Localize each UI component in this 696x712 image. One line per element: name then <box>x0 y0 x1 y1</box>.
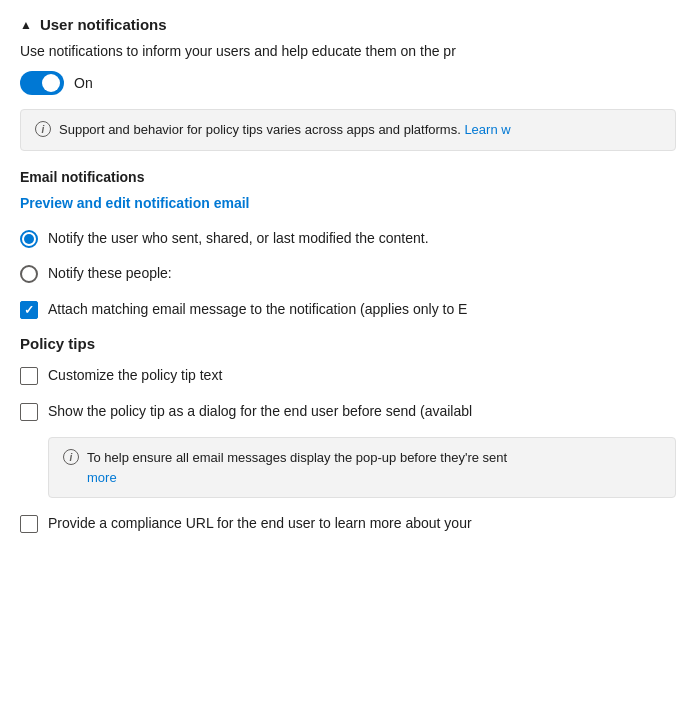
show-dialog-row: Show the policy tip as a dialog for the … <box>20 402 676 422</box>
policy-tips-title: Policy tips <box>20 335 676 352</box>
notify-sender-label: Notify the user who sent, shared, or las… <box>48 229 429 249</box>
show-dialog-label: Show the policy tip as a dialog for the … <box>48 402 472 422</box>
notifications-toggle[interactable] <box>20 71 64 95</box>
compliance-url-checkbox[interactable] <box>20 515 38 533</box>
nested-info-banner: i To help ensure all email messages disp… <box>48 437 676 498</box>
notify-sender-radio[interactable] <box>20 230 38 248</box>
notify-people-radio[interactable] <box>20 265 38 283</box>
show-dialog-checkbox[interactable] <box>20 403 38 421</box>
nested-more-link[interactable]: more <box>87 470 117 485</box>
nested-info-icon: i <box>63 449 79 465</box>
customize-tip-label: Customize the policy tip text <box>48 366 222 386</box>
compliance-url-row: Provide a compliance URL for the end use… <box>20 514 676 534</box>
info-banner: i Support and behavior for policy tips v… <box>20 109 676 151</box>
toggle-label: On <box>74 75 93 91</box>
nested-info-text: To help ensure all email messages displa… <box>87 448 507 487</box>
toggle-row: On <box>20 71 676 95</box>
section-header[interactable]: ▲ User notifications <box>20 16 676 33</box>
attach-email-label: Attach matching email message to the not… <box>48 300 467 320</box>
notify-people-row: Notify these people: <box>20 264 676 284</box>
section-title: User notifications <box>40 16 167 33</box>
learn-more-link[interactable]: Learn w <box>464 122 510 137</box>
compliance-url-label: Provide a compliance URL for the end use… <box>48 514 472 534</box>
notify-people-label: Notify these people: <box>48 264 172 284</box>
preview-edit-link[interactable]: Preview and edit notification email <box>20 195 250 211</box>
attach-email-row: Attach matching email message to the not… <box>20 300 676 320</box>
info-icon: i <box>35 121 51 137</box>
customize-tip-row: Customize the policy tip text <box>20 366 676 386</box>
notify-sender-row: Notify the user who sent, shared, or las… <box>20 229 676 249</box>
chevron-up-icon: ▲ <box>20 18 32 32</box>
info-banner-text: Support and behavior for policy tips var… <box>59 120 511 140</box>
attach-email-checkbox[interactable] <box>20 301 38 319</box>
customize-tip-checkbox[interactable] <box>20 367 38 385</box>
email-notifications-title: Email notifications <box>20 169 676 185</box>
section-description: Use notifications to inform your users a… <box>20 43 676 59</box>
